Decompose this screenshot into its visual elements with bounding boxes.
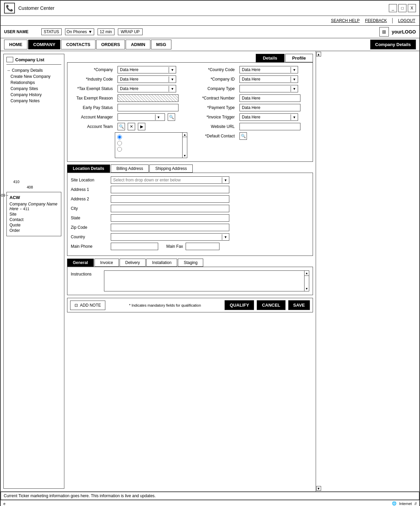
city-input[interactable] xyxy=(111,205,229,212)
website-url-input[interactable] xyxy=(239,123,300,130)
nav-orders-button[interactable]: ORDERS xyxy=(96,40,125,49)
sidebar-item-create-new[interactable]: Create New Company xyxy=(6,73,61,80)
site-location-select[interactable]: ▼ xyxy=(111,176,229,184)
tab-general[interactable]: General xyxy=(67,259,94,267)
nav-msg-button[interactable]: MSG xyxy=(151,40,171,49)
invoice-trigger-select[interactable]: ▼ xyxy=(239,113,298,121)
acw-item-quote[interactable]: Quote xyxy=(9,222,58,228)
account-manager-input[interactable] xyxy=(118,114,155,120)
nav-contacts-button[interactable]: CONTACTS xyxy=(61,40,95,49)
company-input[interactable] xyxy=(118,66,169,73)
company-id-select[interactable]: ▼ xyxy=(239,75,298,83)
company-type-select[interactable]: ▼ xyxy=(239,85,298,92)
minimize-button[interactable]: _ xyxy=(389,4,397,12)
logout-link[interactable]: LOGOUT xyxy=(398,18,415,23)
address2-input[interactable] xyxy=(111,195,229,203)
default-contact-search-icon[interactable]: 🔍 xyxy=(239,132,247,140)
company-id-arrow-icon[interactable]: ▼ xyxy=(291,76,298,82)
country-select[interactable]: ▼ xyxy=(111,233,229,241)
company-details-tab[interactable]: Company Details xyxy=(370,40,416,49)
nav-company-button[interactable]: COMPANY xyxy=(28,40,60,49)
instructions-scroll-up-icon[interactable]: ▲ xyxy=(304,271,309,276)
scroll-down-icon[interactable]: ▼ xyxy=(316,486,321,491)
state-input[interactable] xyxy=(111,214,229,222)
acw-item-contact[interactable]: Contact xyxy=(9,217,58,222)
tab-profile[interactable]: Profile xyxy=(285,54,313,62)
cancel-button[interactable]: CANCEL xyxy=(257,300,285,310)
country-arrow-icon[interactable]: ▼ xyxy=(222,234,229,240)
company-type-input[interactable] xyxy=(240,85,291,92)
site-location-input[interactable] xyxy=(111,177,222,183)
site-location-arrow-icon[interactable]: ▼ xyxy=(222,177,229,183)
account-team-search-icon[interactable]: 🔍 xyxy=(118,123,125,130)
save-button[interactable]: SAVE xyxy=(288,300,310,310)
invoice-trigger-arrow-icon[interactable]: ▼ xyxy=(291,114,298,120)
radio-2[interactable] xyxy=(117,141,122,146)
sidebar-item-company-details[interactable]: Company Details xyxy=(6,67,61,73)
add-note-button[interactable]: ⊡ ADD NOTE xyxy=(70,301,105,310)
company-select[interactable]: ▼ xyxy=(118,66,176,73)
tab-billing-address[interactable]: Billing Address xyxy=(111,164,149,173)
contract-number-input[interactable] xyxy=(239,94,300,102)
sidebar-item-history[interactable]: Company History xyxy=(6,92,61,98)
nav-admin-button[interactable]: ADMIN xyxy=(126,40,150,49)
company-arrow-icon[interactable]: ▼ xyxy=(169,67,176,73)
country-input[interactable] xyxy=(111,234,222,240)
company-id-input[interactable] xyxy=(240,76,291,83)
tax-exempt-status-select[interactable]: ▼ xyxy=(118,85,176,92)
nav-home-button[interactable]: HOME xyxy=(4,40,27,49)
country-code-select[interactable]: ▼ xyxy=(239,66,298,73)
wrap-up-button[interactable]: WRAP UP xyxy=(118,28,143,35)
tab-invoice[interactable]: Invoice xyxy=(94,259,119,267)
payment-type-input[interactable] xyxy=(239,104,300,111)
sidebar-company-list-header[interactable]: Company List xyxy=(6,57,61,65)
tab-staging[interactable]: Staging xyxy=(178,259,203,267)
radio-scroll-up-icon[interactable]: ▲ xyxy=(183,133,187,137)
close-button[interactable]: X xyxy=(408,4,416,12)
address1-input[interactable] xyxy=(111,186,229,193)
main-phone-input[interactable] xyxy=(111,243,158,250)
tab-shipping-address[interactable]: Shipping Address xyxy=(149,164,192,173)
sidebar-item-notes[interactable]: Company Notes xyxy=(6,98,61,104)
country-code-input[interactable] xyxy=(240,66,291,73)
radio-item-2[interactable] xyxy=(117,141,180,146)
acw-item-company[interactable]: Company Company Name Here ←411 xyxy=(9,201,58,212)
scroll-up-icon[interactable]: ▲ xyxy=(316,52,321,57)
zip-code-input[interactable] xyxy=(111,224,229,231)
maximize-button[interactable]: □ xyxy=(398,4,406,12)
invoice-trigger-input[interactable] xyxy=(240,114,291,120)
industry-input[interactable] xyxy=(118,76,169,83)
industry-arrow-icon[interactable]: ▼ xyxy=(169,76,176,82)
account-manager-field[interactable]: ▼ xyxy=(118,113,165,121)
main-fax-input[interactable] xyxy=(186,243,219,250)
company-type-arrow-icon[interactable]: ▼ xyxy=(291,86,298,92)
early-pay-input[interactable] xyxy=(118,104,178,111)
sidebar-item-relationships[interactable]: Relationships xyxy=(6,80,61,86)
instructions-scroll-down-icon[interactable]: ▼ xyxy=(304,286,309,291)
acw-item-order[interactable]: Order xyxy=(9,228,58,233)
radio-item-3[interactable] xyxy=(117,147,180,152)
account-team-delete-icon[interactable]: ✕ xyxy=(128,123,135,130)
qualify-button[interactable]: QUALIFY xyxy=(225,300,254,310)
account-team-play-icon[interactable]: ▶ xyxy=(138,123,145,130)
acw-item-site[interactable]: Site xyxy=(9,212,58,217)
account-manager-search-icon[interactable]: 🔍 xyxy=(168,113,175,121)
industry-select[interactable]: ▼ xyxy=(118,75,176,83)
account-manager-arrow-icon[interactable]: ▼ xyxy=(155,114,162,120)
status-dropdown[interactable]: On Phones ▼ xyxy=(65,28,94,35)
radio-item-1[interactable] xyxy=(117,135,180,139)
tab-installation[interactable]: Installation xyxy=(146,259,177,267)
instructions-textarea[interactable] xyxy=(104,271,304,291)
window-controls[interactable]: _ □ X xyxy=(389,4,416,12)
country-code-arrow-icon[interactable]: ▼ xyxy=(291,67,298,73)
tax-exempt-status-input[interactable] xyxy=(118,85,169,92)
search-help-link[interactable]: SEARCH HELP xyxy=(331,18,360,23)
radio-1[interactable] xyxy=(117,135,122,139)
radio-scroll-down-icon[interactable]: ▼ xyxy=(183,154,187,158)
sidebar-item-sites[interactable]: Company Sites xyxy=(6,86,61,92)
tab-location-details[interactable]: Location Details xyxy=(67,164,110,173)
tab-details[interactable]: Details xyxy=(256,54,285,62)
feedback-link[interactable]: FEEDBACK xyxy=(365,18,387,23)
radio-3[interactable] xyxy=(117,147,122,152)
tab-delivery[interactable]: Delivery xyxy=(120,259,146,267)
